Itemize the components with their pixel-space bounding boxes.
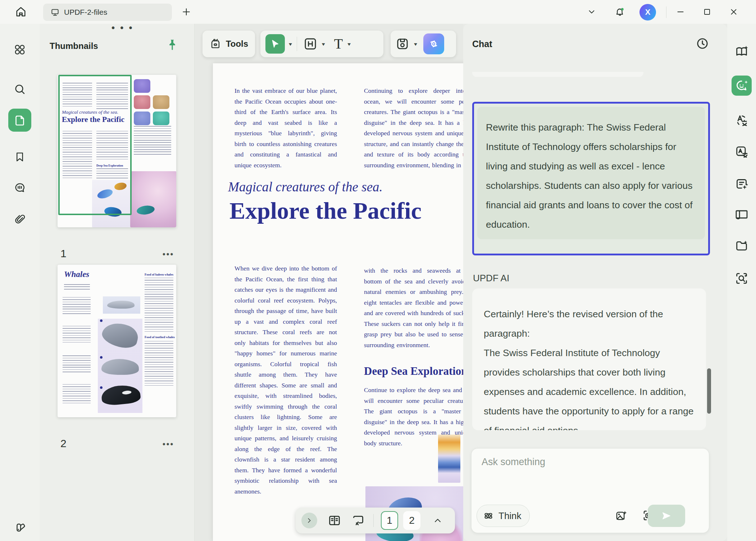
pin-panel-button[interactable] (166, 38, 178, 54)
user-message-bubble: Rewrite this paragraph: The Swiss Federa… (477, 107, 705, 239)
monitor-icon (50, 8, 60, 17)
minimize-button[interactable] (673, 5, 688, 19)
sidebar-item-thumbnails[interactable] (8, 109, 31, 132)
close-icon (729, 7, 738, 17)
user-message-text: Rewrite this paragraph: The Swiss Federa… (486, 122, 693, 230)
think-label: Think (498, 510, 522, 522)
chat-input-card[interactable]: Ask something Think (471, 448, 709, 533)
new-tab-button[interactable] (181, 6, 192, 17)
doc-heading: Deep Sea Exploration (364, 365, 463, 378)
ai-sender-label: UPDF AI (473, 273, 509, 284)
ai-detect-button[interactable] (732, 268, 752, 288)
search-icon (13, 83, 26, 96)
chat-history-button[interactable] (695, 36, 710, 51)
tabs-dropdown-button[interactable] (584, 5, 599, 19)
thumb2-page-number: 2 (60, 437, 67, 450)
book-layout-icon (327, 513, 342, 528)
tools-button[interactable]: Tools (202, 31, 255, 57)
chat-scrollbar-thumb[interactable] (707, 368, 711, 414)
sidebar-item-bookmarks[interactable] (8, 145, 31, 168)
select-tool-button[interactable] (265, 34, 285, 54)
open-book-icon (734, 207, 749, 222)
thumb1-page-number: 1 (60, 247, 67, 260)
ai-message-bubble: Certainly! Here’s the revised version of… (472, 288, 706, 430)
doc-paragraph: with the rocks and seaweeds at the botto… (364, 265, 463, 350)
sidebar-item-theme[interactable] (8, 516, 31, 539)
sidebar-item-search[interactable] (8, 78, 31, 101)
save-ai-toolbar: ▼ (391, 31, 456, 57)
thumb2-bluewhale-box (103, 296, 140, 314)
chat-input-placeholder[interactable]: Ask something (482, 456, 545, 468)
left-sidebar (0, 24, 40, 541)
send-button[interactable] (648, 505, 685, 527)
ai-summarize-button[interactable] (732, 174, 752, 194)
book-sparkle-icon (734, 45, 749, 59)
maximize-icon (702, 7, 712, 17)
clock-icon (695, 36, 710, 51)
maximize-button[interactable] (700, 5, 714, 19)
thumb2-heading1: Food of baleen whales (145, 273, 173, 276)
doc-paragraph: When we dive deep into the bottom of the… (234, 263, 337, 497)
sidebar-item-comments[interactable] (8, 176, 31, 199)
ai-assistant-button[interactable] (423, 33, 444, 54)
coral-illustrations (134, 79, 174, 125)
thumb2-dot (100, 319, 103, 322)
side-by-side-reader-button[interactable] (732, 204, 752, 224)
previous-message-edge (472, 72, 643, 77)
reading-mode-button[interactable] (327, 513, 342, 528)
account-avatar[interactable]: X (639, 4, 656, 21)
ai-reader-button[interactable] (732, 42, 752, 62)
expand-nav-button[interactable] (301, 513, 317, 528)
presenter-icon (351, 513, 365, 528)
chevron-right-icon (305, 517, 313, 524)
comment-icon (13, 181, 26, 194)
toolbar-divider (297, 37, 297, 51)
ai-message-intro: Certainly! Here’s the revised version of… (484, 304, 694, 343)
thumb2-menu-button[interactable]: ••• (163, 440, 174, 449)
markup-toolbar: ▼ ▼ T ▼ (260, 31, 383, 57)
minimize-icon (676, 7, 685, 17)
tab-title: UPDF-2-files (64, 8, 107, 17)
panel-drag-handle[interactable]: • • • (111, 22, 134, 33)
ai-image-translate-button[interactable] (732, 142, 752, 162)
close-button[interactable] (727, 5, 741, 19)
ai-files-button[interactable] (732, 236, 752, 256)
send-icon (661, 510, 672, 521)
page-1-button[interactable]: 1 (381, 511, 398, 530)
page-icon (13, 114, 26, 127)
doc-paragraph: Continuing to explore deeper into the oc… (364, 86, 463, 171)
sidebar-item-grid-view[interactable] (8, 38, 31, 61)
heading-tool-dropdown[interactable]: ▼ (321, 41, 326, 46)
select-tool-dropdown[interactable]: ▼ (288, 41, 293, 46)
plus-icon (181, 6, 192, 17)
page-2-button[interactable]: 2 (403, 511, 420, 530)
heading-tool-button[interactable] (303, 36, 318, 51)
doc-subtitle: Magical creatures of the sea. (228, 179, 383, 195)
frame-translate-icon (734, 145, 749, 159)
insert-image-button[interactable] (615, 509, 628, 522)
ai-chat-icon (734, 78, 749, 93)
updf-app-window: UPDF-2-files X (0, 0, 756, 541)
ai-chat-button[interactable] (732, 76, 752, 96)
text-tool-button[interactable]: T (334, 37, 343, 51)
thumb1-menu-button[interactable]: ••• (163, 250, 174, 259)
thumbnail-page-2[interactable]: Whales Food of baleen whales Food of too… (58, 265, 176, 417)
save-tool-dropdown[interactable]: ▼ (413, 41, 418, 46)
save-tool-button[interactable] (395, 36, 410, 51)
document-tab[interactable]: UPDF-2-files (43, 4, 172, 21)
presenter-mode-button[interactable] (351, 513, 365, 528)
think-toggle-button[interactable]: Think (477, 505, 530, 527)
thumb1-coral-photo (130, 171, 176, 227)
collapse-nav-button[interactable] (433, 515, 443, 526)
thumbnail-page-1[interactable]: Magical creatures of the sea. Explore th… (58, 75, 176, 227)
home-button[interactable] (14, 5, 27, 18)
bookmark-icon (14, 151, 26, 163)
thumb2-dot (100, 356, 103, 359)
chat-panel-title: Chat (472, 39, 492, 49)
ai-translate-button[interactable] (732, 110, 752, 130)
notifications-button[interactable] (612, 5, 627, 19)
text-tool-dropdown[interactable]: ▼ (346, 41, 352, 46)
sidebar-item-attachments[interactable] (8, 208, 31, 231)
doc-title: Explore the Pacific (229, 197, 422, 224)
doc-paragraph: In the vast embrace of our blue planet, … (234, 86, 337, 171)
